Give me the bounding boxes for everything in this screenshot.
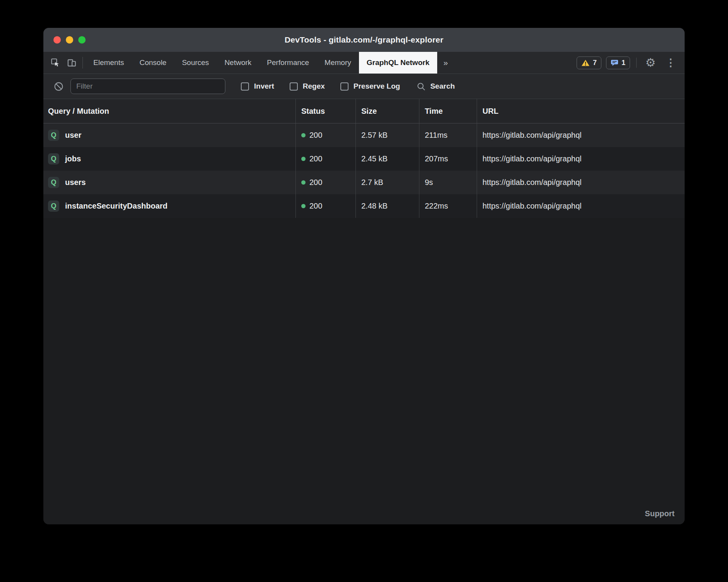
preserve-log-checkbox[interactable]	[340, 82, 349, 91]
time-cell: 211ms	[419, 123, 477, 147]
url-cell: https://gitlab.com/api/graphql	[477, 123, 685, 147]
operation-name: users	[65, 178, 86, 187]
filter-bar: Invert Regex Preserve Log Search	[43, 74, 685, 99]
tab-graphql-network[interactable]: GraphQL Network	[359, 52, 437, 74]
device-toolbar-button[interactable]	[64, 52, 80, 74]
time-cell: 9s	[419, 171, 477, 194]
console-messages-badge[interactable]: 1	[606, 56, 630, 69]
more-tabs-button[interactable]: »	[437, 52, 454, 74]
url-cell: https://gitlab.com/api/graphql	[477, 194, 685, 218]
url-cell: https://gitlab.com/api/graphql	[477, 147, 685, 171]
device-toolbar-icon	[67, 58, 77, 68]
tab-performance[interactable]: Performance	[259, 52, 317, 74]
regex-label: Regex	[303, 82, 325, 91]
time-cell: 207ms	[419, 147, 477, 171]
filter-input[interactable]	[70, 79, 225, 94]
column-header-size[interactable]: Size	[355, 99, 419, 123]
query-cell: Q user	[43, 123, 295, 147]
column-header-status[interactable]: Status	[295, 99, 355, 123]
tab-network[interactable]: Network	[217, 52, 259, 74]
support-link[interactable]: Support	[645, 509, 675, 518]
search-button[interactable]: Search	[416, 82, 455, 91]
inspect-element-button[interactable]	[47, 52, 64, 74]
status-cell: 200	[295, 194, 355, 218]
operation-name: instanceSecurityDashboard	[65, 202, 168, 211]
table-row[interactable]: Q users 200 2.7 kB 9s https://gitlab.com…	[43, 171, 685, 194]
column-header-time[interactable]: Time	[419, 99, 477, 123]
status-ok-icon	[301, 180, 306, 185]
status-cell: 200	[295, 123, 355, 147]
table-header: Query / Mutation Status Size Time URL	[43, 99, 685, 123]
devtools-window: DevTools - gitlab.com/-/graphql-explorer…	[43, 28, 685, 524]
column-header-query-mutation[interactable]: Query / Mutation	[43, 99, 295, 123]
table-body: Q user 200 2.57 kB 211ms https://gitlab.…	[43, 123, 685, 218]
table-row[interactable]: Q user 200 2.57 kB 211ms https://gitlab.…	[43, 123, 685, 147]
window-title: DevTools - gitlab.com/-/graphql-explorer	[285, 35, 443, 45]
table-empty-area: Support	[43, 218, 685, 524]
query-cell: Q users	[43, 171, 295, 194]
preserve-log-checkbox-group: Preserve Log	[340, 82, 400, 91]
tab-sources[interactable]: Sources	[174, 52, 217, 74]
query-type-badge: Q	[48, 130, 59, 141]
devtools-toolbar: Elements Console Sources Network Perform…	[43, 52, 685, 74]
more-options-button[interactable]: ⋮	[663, 58, 678, 68]
toolbar-divider	[636, 58, 637, 68]
status-code: 200	[309, 154, 322, 163]
close-button[interactable]	[53, 36, 61, 44]
table-row[interactable]: Q instanceSecurityDashboard 200 2.48 kB …	[43, 194, 685, 218]
size-cell: 2.45 kB	[355, 147, 419, 171]
settings-button[interactable]: ⚙	[643, 57, 658, 68]
warning-count: 7	[593, 59, 597, 67]
regex-checkbox-group: Regex	[290, 82, 325, 91]
minimize-button[interactable]	[66, 36, 73, 44]
title-bar: DevTools - gitlab.com/-/graphql-explorer	[43, 28, 685, 52]
search-label: Search	[430, 82, 455, 91]
toolbar-right-cluster: 7 1 ⚙ ⋮	[577, 52, 685, 74]
status-ok-icon	[301, 204, 306, 208]
tab-elements[interactable]: Elements	[86, 52, 132, 74]
query-cell: Q instanceSecurityDashboard	[43, 194, 295, 218]
block-icon	[53, 81, 64, 92]
url-cell: https://gitlab.com/api/graphql	[477, 171, 685, 194]
gear-icon: ⚙	[646, 57, 656, 68]
clear-log-button[interactable]	[52, 81, 65, 92]
table-row[interactable]: Q jobs 200 2.45 kB 207ms https://gitlab.…	[43, 147, 685, 171]
query-cell: Q jobs	[43, 147, 295, 171]
size-cell: 2.57 kB	[355, 123, 419, 147]
kebab-menu-icon: ⋮	[666, 58, 676, 68]
status-cell: 200	[295, 147, 355, 171]
invert-label: Invert	[254, 82, 274, 91]
inspect-cursor-icon	[50, 58, 60, 68]
invert-checkbox[interactable]	[241, 82, 249, 91]
preserve-log-label: Preserve Log	[354, 82, 400, 91]
traffic-lights	[53, 36, 86, 44]
status-ok-icon	[301, 133, 306, 137]
warning-icon	[581, 59, 590, 67]
status-cell: 200	[295, 171, 355, 194]
tab-memory[interactable]: Memory	[317, 52, 359, 74]
search-icon	[416, 82, 426, 91]
message-count: 1	[622, 59, 625, 67]
time-cell: 222ms	[419, 194, 477, 218]
column-header-url[interactable]: URL	[477, 99, 685, 123]
operation-name: user	[65, 131, 81, 140]
status-code: 200	[309, 202, 322, 211]
toolbar-divider	[82, 57, 83, 68]
operation-name: jobs	[65, 154, 81, 163]
invert-checkbox-group: Invert	[241, 82, 274, 91]
status-ok-icon	[301, 157, 306, 161]
zoom-button[interactable]	[78, 36, 86, 44]
regex-checkbox[interactable]	[290, 82, 298, 91]
status-code: 200	[309, 178, 322, 187]
message-bubble-icon	[611, 59, 618, 67]
tab-console[interactable]: Console	[132, 52, 174, 74]
console-warnings-badge[interactable]: 7	[577, 56, 601, 69]
size-cell: 2.48 kB	[355, 194, 419, 218]
query-type-badge: Q	[48, 153, 59, 164]
size-cell: 2.7 kB	[355, 171, 419, 194]
status-code: 200	[309, 131, 322, 140]
query-type-badge: Q	[48, 200, 59, 212]
query-type-badge: Q	[48, 177, 59, 188]
